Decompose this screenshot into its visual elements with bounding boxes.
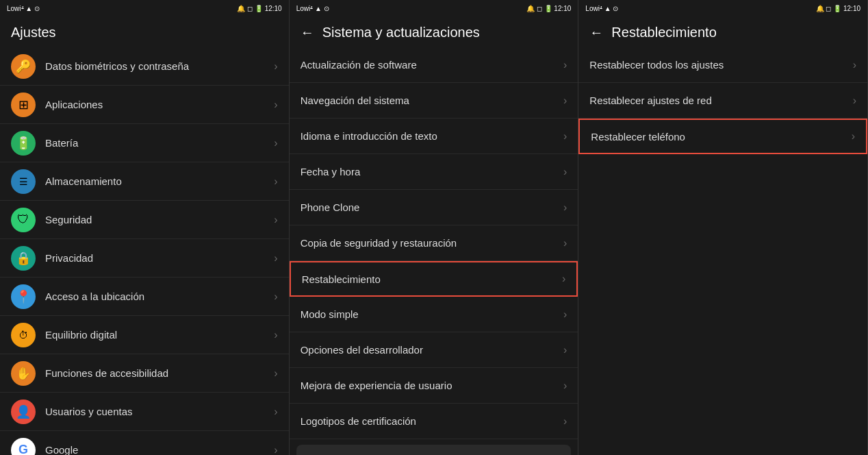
menu-item-logotipos-certificacion[interactable]: Logotipos de certificación › bbox=[290, 404, 578, 439]
sistema-header-row: ← Sistema y actualizaciones bbox=[301, 25, 567, 40]
chevron-icon: › bbox=[563, 130, 567, 143]
chevron-icon: › bbox=[563, 344, 567, 356]
chevron-icon: › bbox=[274, 291, 277, 303]
status-bar-2: Lowi⁴ ▲ ⊙ 🔔 ◻ 🔋 12:10 bbox=[290, 0, 578, 16]
chevron-icon: › bbox=[274, 444, 277, 456]
restablecimiento-header-row: ← Restablecimiento bbox=[589, 25, 856, 40]
menu-item-acceso-ubicacion[interactable]: 📍 Acceso a la ubicación › bbox=[0, 278, 289, 316]
chevron-icon: › bbox=[274, 175, 277, 188]
panel-ajustes: Lowi⁴ ▲ ⊙ 🔔 ◻ 🔋 12:10 Ajustes 🔑 Datos bi… bbox=[0, 0, 290, 455]
chevron-icon: › bbox=[563, 237, 567, 249]
chevron-icon: › bbox=[274, 252, 277, 265]
chevron-icon: › bbox=[563, 201, 567, 214]
ajustes-title: Ajustes bbox=[11, 25, 278, 40]
menu-item-restablecimiento[interactable]: Restablecimiento › bbox=[290, 261, 578, 297]
menu-item-equilibrio-digital[interactable]: ⏱ Equilibrio digital › bbox=[0, 316, 289, 354]
chevron-icon: › bbox=[853, 95, 856, 107]
chevron-icon: › bbox=[563, 166, 567, 178]
chevron-icon: › bbox=[562, 273, 565, 285]
menu-item-aplicaciones[interactable]: ⊞ Aplicaciones › bbox=[0, 86, 289, 124]
menu-item-usuarios-cuentas[interactable]: 👤 Usuarios y cuentas › bbox=[0, 393, 289, 431]
chevron-icon: › bbox=[853, 59, 856, 71]
chevron-icon: › bbox=[563, 380, 567, 392]
chevron-icon: › bbox=[274, 406, 277, 418]
back-button-restablecimiento[interactable]: ← bbox=[589, 25, 603, 40]
chevron-icon: › bbox=[563, 59, 567, 71]
menu-item-idioma-introduccion[interactable]: Idioma e introducción de texto › bbox=[290, 119, 578, 154]
restablecimiento-title: Restablecimiento bbox=[611, 25, 716, 40]
status-right-1: 🔔 ◻ 🔋 12:10 bbox=[237, 5, 281, 12]
sistema-header: ← Sistema y actualizaciones bbox=[290, 16, 578, 47]
chevron-icon: › bbox=[274, 367, 277, 380]
menu-item-copia-seguridad[interactable]: Copia de seguridad y restauración › bbox=[290, 225, 578, 261]
bottom-suggestion-card: ¿Busca otros ajustes? Accesibilidad Suge… bbox=[296, 445, 572, 455]
menu-item-restablecer-red[interactable]: Restablecer ajustes de red › bbox=[578, 83, 867, 119]
status-left-2: Lowi⁴ ▲ ⊙ bbox=[296, 5, 329, 12]
icon-datos-biometricos: 🔑 bbox=[11, 54, 36, 79]
chevron-icon: › bbox=[274, 214, 277, 226]
icon-bateria: 🔋 bbox=[11, 131, 36, 156]
menu-item-google[interactable]: G Google › bbox=[0, 431, 289, 455]
status-left-3: Lowi⁴ ▲ ⊙ bbox=[585, 5, 618, 12]
sistema-menu-list: Actualización de software › Navegación d… bbox=[290, 47, 578, 455]
chevron-icon: › bbox=[563, 308, 567, 321]
chevron-icon: › bbox=[852, 130, 855, 143]
chevron-icon: › bbox=[274, 137, 277, 149]
chevron-icon: › bbox=[563, 415, 567, 428]
menu-item-bateria[interactable]: 🔋 Batería › bbox=[0, 124, 289, 162]
chevron-icon: › bbox=[563, 95, 567, 107]
back-button-sistema[interactable]: ← bbox=[301, 25, 314, 40]
icon-usuarios: 👤 bbox=[11, 399, 36, 424]
status-right-2: 🔔 ◻ 🔋 12:10 bbox=[526, 5, 571, 12]
chevron-icon: › bbox=[274, 60, 277, 73]
icon-accesibilidad: ✋ bbox=[11, 361, 36, 386]
menu-item-restablecer-ajustes[interactable]: Restablecer todos los ajustes › bbox=[578, 47, 867, 83]
menu-item-datos-biometricos[interactable]: 🔑 Datos biométricos y contraseña › bbox=[0, 47, 289, 86]
icon-equilibrio: ⏱ bbox=[11, 323, 36, 347]
status-left-1: Lowi⁴ ▲ ⊙ bbox=[7, 5, 40, 12]
restablecimiento-header: ← Restablecimiento bbox=[578, 16, 867, 47]
menu-item-privacidad[interactable]: 🔒 Privacidad › bbox=[0, 239, 289, 278]
icon-almacenamiento: ☰ bbox=[11, 169, 36, 194]
sistema-title: Sistema y actualizaciones bbox=[322, 25, 480, 40]
status-bar-3: Lowi⁴ ▲ ⊙ 🔔 ◻ 🔋 12:10 bbox=[578, 0, 867, 16]
icon-aplicaciones: ⊞ bbox=[11, 93, 36, 117]
menu-item-actualizacion-software[interactable]: Actualización de software › bbox=[290, 47, 578, 83]
menu-item-navegacion-sistema[interactable]: Navegación del sistema › bbox=[290, 83, 578, 119]
menu-item-restablecer-telefono[interactable]: Restablecer teléfono › bbox=[578, 119, 867, 154]
menu-item-fecha-hora[interactable]: Fecha y hora › bbox=[290, 154, 578, 190]
panel-sistema: Lowi⁴ ▲ ⊙ 🔔 ◻ 🔋 12:10 ← Sistema y actual… bbox=[290, 0, 579, 455]
menu-item-modo-simple[interactable]: Modo simple › bbox=[290, 297, 578, 332]
menu-item-seguridad[interactable]: 🛡 Seguridad › bbox=[0, 201, 289, 239]
icon-seguridad: 🛡 bbox=[11, 208, 36, 232]
status-bar-1: Lowi⁴ ▲ ⊙ 🔔 ◻ 🔋 12:10 bbox=[0, 0, 289, 16]
icon-google: G bbox=[11, 438, 36, 456]
ajustes-menu-list: 🔑 Datos biométricos y contraseña › ⊞ Apl… bbox=[0, 47, 289, 455]
menu-item-mejora-experiencia[interactable]: Mejora de experiencia de usuario › bbox=[290, 368, 578, 404]
menu-item-almacenamiento[interactable]: ☰ Almacenamiento › bbox=[0, 162, 289, 201]
menu-item-phone-clone[interactable]: Phone Clone › bbox=[290, 190, 578, 225]
chevron-icon: › bbox=[274, 329, 277, 341]
menu-item-funciones-accesibilidad[interactable]: ✋ Funciones de accesibilidad › bbox=[0, 354, 289, 393]
status-right-3: 🔔 ◻ 🔋 12:10 bbox=[816, 5, 860, 12]
icon-privacidad: 🔒 bbox=[11, 246, 36, 271]
menu-item-opciones-desarrollador[interactable]: Opciones del desarrollador › bbox=[290, 332, 578, 368]
ajustes-header: Ajustes bbox=[0, 16, 289, 47]
chevron-icon: › bbox=[274, 99, 277, 111]
panel-restablecimiento: Lowi⁴ ▲ ⊙ 🔔 ◻ 🔋 12:10 ← Restablecimiento… bbox=[578, 0, 868, 455]
icon-ubicacion: 📍 bbox=[11, 284, 36, 309]
restablecimiento-menu-list: Restablecer todos los ajustes › Restable… bbox=[578, 47, 867, 455]
